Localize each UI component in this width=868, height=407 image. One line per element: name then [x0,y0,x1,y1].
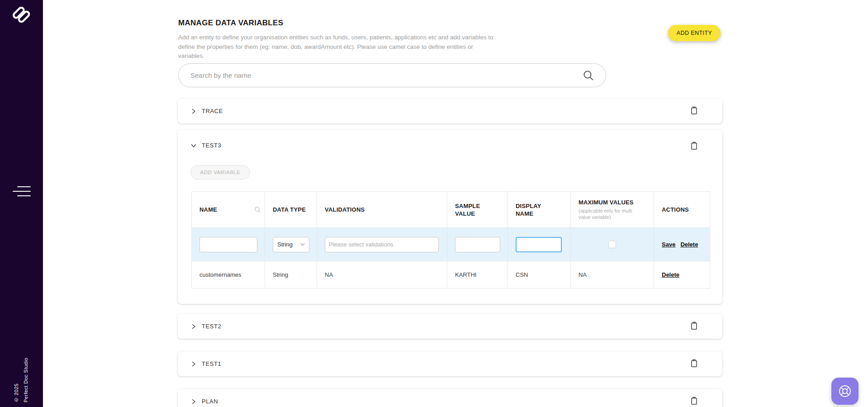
save-variable-link[interactable]: Save [662,241,675,248]
sidebar: © 2025 Perfect Doc Studio [0,0,43,407]
variables-table: NAME DATA TYPE VALIDATIONS SAMPLE VALUE … [191,191,710,289]
header-name: NAME [192,192,265,227]
copyright-year: © 2025 [12,358,21,402]
section-plan: PLAN [178,389,722,407]
edit-sample-value-cell [447,228,508,261]
table-row: customernames String NA KARTHI CSN NA De… [192,261,710,289]
section-test2-label: TEST2 [202,323,221,330]
edit-data-type-cell: String [265,228,317,261]
chevron-down-icon [190,142,197,149]
trash-icon [690,359,698,368]
add-variable-button[interactable]: ADD VARIABLE [190,165,250,180]
section-test2-toggle[interactable]: TEST2 [190,323,221,330]
header-validations-label: VALIDATIONS [325,206,365,213]
section-test1-toggle[interactable]: TEST1 [190,360,221,367]
cell-display-name: CSN [508,261,571,288]
header-maximum-values-label: MAXIMUM VALUES [579,199,645,206]
menu-bar [17,186,31,187]
search-bar [178,63,606,87]
chevron-right-icon [190,323,197,330]
delete-entity-plan-button[interactable] [689,396,699,406]
section-test2: TEST2 [178,314,722,339]
cell-maximum-values: NA [571,261,654,288]
search-input[interactable] [178,63,606,87]
sample-value-input[interactable] [455,237,500,252]
header-actions-label: ACTIONS [662,206,689,213]
section-trace: TRACE [178,99,722,123]
edit-display-name-cell [508,228,571,261]
header-name-label: NAME [199,206,217,213]
cell-sample-value: KARTHI [447,261,508,288]
header-sample-value: SAMPLE VALUE [447,192,508,227]
header-maximum-values: MAXIMUM VALUES (applicable only for mult… [571,192,654,227]
section-plan-toggle[interactable]: PLAN [190,398,218,405]
delete-entity-test1-button[interactable] [689,359,699,369]
edit-name-cell [192,228,265,261]
header-data-type: DATA TYPE [265,192,317,227]
section-plan-label: PLAN [202,398,218,405]
trash-icon [690,321,698,331]
header-display-name-label: DISPLAY NAME [516,202,548,218]
trash-icon [690,106,698,115]
section-test1: TEST1 [178,351,722,376]
subtitle-line-2: define the properties for them (eg: name… [178,43,495,61]
life-buoy-icon [838,384,852,398]
trash-icon [690,396,698,406]
app-logo[interactable] [11,5,32,25]
page-title: MANAGE DATA VARIABLES [178,19,283,28]
stacked-pages-logo-icon [11,5,32,25]
edit-validations-cell [317,228,447,261]
data-type-selected-value: String [277,241,293,248]
header-actions: ACTIONS [654,192,710,227]
new-variable-row: String Save Delete [192,228,710,261]
delete-entity-test3-button[interactable] [689,141,699,151]
subtitle-line-1: Add an entity to define your organisatio… [178,33,495,43]
section-test3-toggle[interactable]: TEST3 [190,142,221,149]
menu-bar [17,195,31,196]
cell-actions: Delete [654,261,710,288]
delete-row-link[interactable]: Delete [662,271,679,278]
header-validations: VALIDATIONS [317,192,447,227]
chevron-right-icon [190,108,197,114]
section-trace-label: TRACE [202,108,223,114]
edit-maximum-values-cell [571,228,654,261]
add-entity-button[interactable]: ADD ENTITY [668,25,721,41]
cell-name: customernames [192,261,265,288]
header-display-name: DISPLAY NAME [508,192,571,227]
delete-variable-link[interactable]: Delete [680,241,698,248]
delete-entity-trace-button[interactable] [689,106,699,116]
delete-entity-test2-button[interactable] [689,321,699,331]
cell-validations: NA [317,261,447,288]
validations-input[interactable] [325,237,439,252]
menu-icon[interactable] [13,186,31,196]
chevron-right-icon [190,361,197,367]
page-subtitle: Add an entity to define your organisatio… [178,33,495,61]
help-chat-button[interactable] [831,378,859,405]
trash-icon [690,141,698,151]
copyright-brand: Perfect Doc Studio [21,358,31,402]
edit-actions-cell: Save Delete [654,228,710,261]
header-maximum-values-note: (applicable only for multi value variabl… [579,208,645,220]
table-header-row: NAME DATA TYPE VALIDATIONS SAMPLE VALUE … [192,192,710,228]
chevron-right-icon [190,398,197,405]
cell-data-type: String [265,261,317,288]
search-icon[interactable] [583,70,594,81]
section-trace-toggle[interactable]: TRACE [190,108,223,114]
chevron-down-icon [300,243,305,246]
header-sample-value-label: SAMPLE VALUE [455,202,488,218]
header-data-type-label: DATA TYPE [273,206,306,213]
display-name-input[interactable] [516,237,562,252]
section-test3: TEST3 ADD VARIABLE NAME DATA TYPE VALIDA… [178,130,722,304]
multi-value-checkbox[interactable] [608,241,616,248]
column-search-icon[interactable] [254,206,261,213]
section-test1-label: TEST1 [202,360,221,367]
section-test3-label: TEST3 [202,142,221,149]
data-type-select[interactable]: String [273,237,309,252]
menu-bar [13,191,31,192]
copyright-text: © 2025 Perfect Doc Studio [12,358,31,402]
variable-name-input[interactable] [199,237,257,252]
